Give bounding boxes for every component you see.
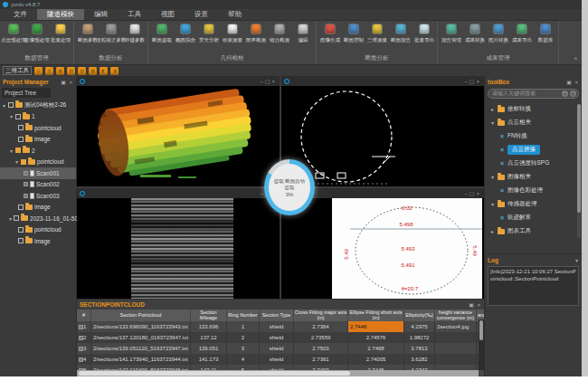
checkbox[interactable] [18,205,24,210]
checkbox[interactable] [15,114,21,119]
edit-button[interactable]: 编辑 [291,24,314,44]
checkbox[interactable] [24,194,28,198]
report-manage-button[interactable]: 报告管理 [440,24,462,44]
chevron-right-icon[interactable]: ▸ [490,228,495,234]
panel-window-icons[interactable]: ▣ × [61,79,73,85]
menu-tab-edit[interactable]: 编辑 [84,9,118,20]
checkbox-checked[interactable] [15,148,21,153]
tool-image-color[interactable]: ×图像色彩处理 [485,184,582,197]
table-row[interactable]: 1 2/sections/133.696090_1163723943.txt13… [77,321,484,332]
viewport-intensity-image[interactable]: –▢× [77,188,280,299]
tool-group-image[interactable]: ▾图像相关 [485,170,582,184]
picture-convert-button[interactable]: 图片转换 [487,24,509,44]
chevron-down-icon[interactable]: ▾ [9,148,14,154]
tree-item-image[interactable]: image [0,202,76,214]
view-tool-icon[interactable]: ◨ [110,67,119,75]
checkbox-checked[interactable] [21,159,26,165]
batch-process-button[interactable]: 批量处理 [49,24,71,44]
intensity-strip-render[interactable] [77,198,280,299]
menu-tab-file[interactable]: 文件 [4,9,37,20]
toolbox-scrollbar[interactable] [577,104,581,238]
tree-item-scan001[interactable]: Scan001 [0,167,76,179]
checkbox[interactable] [24,171,28,176]
tab-project-tree[interactable]: Project Tree [2,88,51,98]
menu-tab-view[interactable]: 视图 [151,9,185,20]
panel-window-icons[interactable]: ▣ × [566,79,579,85]
viewport-camera-icon[interactable] [80,79,85,84]
checkbox[interactable] [24,182,28,186]
chevron-down-icon[interactable]: ▾ [490,174,495,180]
rotate-tool-icon[interactable]: ▦ [56,67,64,75]
tree-item-dataset-date[interactable]: ▾2023-11-16_01-50 [0,213,76,224]
chevron-down-icon[interactable]: ▾ [2,102,6,109]
checkbox[interactable] [14,215,19,221]
tree-item-scan002[interactable]: Scan002 [0,179,76,191]
viewport-ellipse-fit[interactable]: –▢× -0.02 5.498 5.493 5.491 θ=20.7 [281,188,484,299]
layer-tool-icon[interactable]: ◧ [100,67,108,75]
chevron-down-icon[interactable]: ▾ [490,201,495,207]
table-vertical-scrollbar[interactable] [479,319,484,370]
table-row[interactable]: 2 2/sections/137.120180_0163723947.txt13… [77,332,484,343]
viewport-window-controls[interactable]: –▢× [260,78,277,84]
viewport-window-controls[interactable]: –▢× [464,190,481,196]
tree-item-dataset-2[interactable]: ▾2 [0,145,76,157]
viewport-window-controls[interactable]: –▢× [464,78,481,84]
viewport-camera-icon[interactable] [80,191,85,196]
refresh-icon[interactable]: ↻ [570,90,576,97]
tool-group-chart[interactable]: ▸图表工具 [485,224,582,238]
menu-tab-tools[interactable]: 工具 [118,9,151,20]
section-params-button[interactable]: 断面参数 [76,24,99,44]
tree-item-root[interactable]: ▾测试04检校2-26 [0,100,76,111]
table-row[interactable]: 3 2/sections/139.051120_5163723947.txt13… [77,343,484,354]
ring-seam-button[interactable]: 环缝参数 [123,24,146,44]
checkbox[interactable] [18,125,24,130]
log-collapse-icon[interactable]: ▾ [575,257,579,263]
section-circle-render[interactable] [281,86,484,186]
chevron-down-icon[interactable]: ▾ [9,113,14,119]
pan-tool-icon[interactable]: ▤ [34,67,43,75]
scrollbar-thumb[interactable] [79,371,350,376]
mileage-correct-button[interactable]: 里程校正参数 [100,24,122,44]
table-window-icons[interactable]: ▣ × [469,301,481,308]
ellipse-fit-button[interactable]: 椭圆拟合 [174,24,196,44]
tree-item-pointcloud[interactable]: pointcloud [0,122,76,134]
result-export-button[interactable]: 成果导出 [510,24,533,44]
ellipse-fit-render[interactable]: -0.02 5.498 5.493 5.491 θ=20.7 5.49 5.49 [281,198,484,299]
ribbon-collapse-button[interactable]: ^ [574,56,577,62]
checkbox[interactable] [18,238,24,243]
checkbox[interactable] [18,227,24,233]
section-extract-button[interactable]: 断面提取 [150,24,173,44]
chevron-right-icon[interactable]: ▸ [490,106,495,112]
convergence-button[interactable]: 收敛测量 [221,24,243,44]
batch-export-button[interactable]: 批量导出 [413,24,435,44]
measure-tool-icon[interactable]: ▨ [78,67,86,75]
image-preprocess-button[interactable]: 影像预处理 [25,24,48,44]
toolbox-search-input[interactable]: 请输入关键词搜索 × ↻ [488,89,579,99]
scrollbar-thumb[interactable] [479,320,483,340]
tree-item-image[interactable]: image [0,235,76,247]
scrollbar-thumb[interactable] [577,104,581,213]
image-generate-button[interactable]: 图像生成 [318,24,341,44]
tree-item-pointcloud[interactable]: pointcloud [0,224,76,236]
table-horizontal-scrollbar[interactable] [77,370,479,376]
clear-search-icon[interactable]: × [562,90,568,97]
tunnel-pointcloud-render[interactable] [77,86,280,186]
zoom-tool-icon[interactable]: ▥ [45,67,53,75]
chevron-down-icon[interactable]: ▾ [490,119,495,126]
clearance-check-button[interactable]: 限界检测 [244,24,267,44]
measure-3d-button[interactable]: 三维测量 [365,24,388,44]
pointcloud-preprocess-button[interactable]: 点云预处理 [2,24,24,44]
tree-item-pointcloud[interactable]: ▾pointcloud [0,157,76,168]
result-convert-button[interactable]: 成果转换 [463,24,486,44]
menu-tab-settings[interactable]: 设置 [185,9,218,20]
tool-fn-convert[interactable]: ×FN转换 [485,129,582,143]
tree-item-dataset-1[interactable]: ▾1 [0,111,76,123]
dislocation-button[interactable]: 错台检测 [268,24,290,44]
viewport-3d-pointcloud[interactable]: –▢× [77,76,280,186]
chevron-down-icon[interactable]: ▾ [14,158,19,165]
menu-tab-tunnel-module[interactable]: 隧道模块 [37,9,84,20]
tool-group-pointcloud[interactable]: ▾点云相关 [485,116,582,129]
checkbox[interactable] [18,137,24,142]
tool-pointcloud-merge[interactable]: ×点云拼接 [485,143,582,157]
quickbar-label[interactable]: 三维工具 [3,66,32,75]
